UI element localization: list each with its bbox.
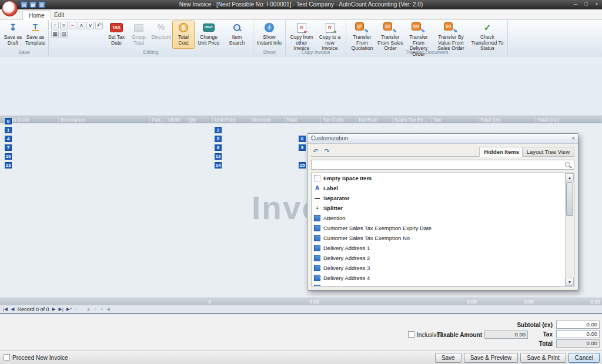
column-header-sales-tax-ex[interactable]: Sales Tax Ex... [393, 116, 432, 123]
customization-dialog[interactable]: Customization × ↶ ↷ Hidden Items Layout … [307, 133, 578, 291]
close-button[interactable]: × [593, 0, 600, 9]
list-item-label-tool[interactable]: ALabel [312, 183, 564, 193]
discount-button[interactable]: % Discount [150, 21, 172, 49]
list-item-delivery-contact[interactable]: Delivery Contact [312, 283, 564, 286]
nav-last-button[interactable]: ▶| [59, 306, 63, 312]
tab-hidden-items[interactable]: Hidden Items [479, 147, 524, 157]
total-value: 0.00 [556, 339, 600, 348]
field-number-badge: 14 [215, 162, 222, 168]
tab-layout-tree-view[interactable]: Layout Tree View [522, 147, 574, 157]
list-item-delivery-address-3[interactable]: Delivery Address 3 [312, 263, 564, 273]
list-item-delivery-address-1[interactable]: Delivery Address 1 [312, 243, 564, 253]
nav-back-button[interactable]: ◀ [106, 306, 110, 312]
group-total-button[interactable]: Group Total [128, 21, 150, 49]
minimize-button[interactable]: ─ [572, 0, 579, 9]
column-header-total[interactable]: Total [285, 116, 321, 123]
list-item-splitter[interactable]: +Splitter [312, 203, 564, 213]
nav-delete-button[interactable]: − [81, 306, 83, 312]
column-header-item-code[interactable]: Item Code [5, 116, 59, 123]
list-item-cust-tax-expiry[interactable]: Customer Sales Tax Exemption Expiry Date [312, 223, 564, 233]
customization-dialog-titlebar[interactable]: Customization × [307, 134, 578, 144]
redo-icon[interactable]: ↷ [322, 147, 332, 156]
copy-from-other-invoice-button[interactable]: IV⇠ Copy from other Invoice [287, 21, 316, 52]
column-header-tax[interactable]: Tax [432, 116, 479, 123]
tab-home[interactable]: Home [22, 11, 51, 20]
column-header-description[interactable]: Description [59, 116, 150, 123]
nav-first-button[interactable]: |◀ [3, 306, 8, 312]
tab-edit[interactable]: Edit [48, 11, 70, 20]
show-instant-info-button[interactable]: i Show Instant Info [255, 21, 283, 49]
column-header-unit-price[interactable]: Unit Price [213, 116, 249, 123]
range-grid-icon[interactable]: ▦ [51, 31, 59, 38]
scrollbar-thumb[interactable] [566, 182, 573, 216]
insert-list-icon[interactable]: ≡ [60, 22, 68, 29]
item-search-button[interactable]: Item Search [223, 21, 251, 49]
list-item-label: Separator [323, 195, 349, 201]
cancel-button[interactable]: Cancel [568, 353, 600, 363]
autocount-logo-icon[interactable] [2, 1, 18, 16]
list-item-delivery-address-2[interactable]: Delivery Address 2 [312, 253, 564, 263]
field-number-badge: 12 [215, 153, 222, 160]
column-header-total-inc[interactable]: Total (inc) [536, 116, 602, 123]
list-item-delivery-address-4[interactable]: Delivery Address 4 [312, 273, 564, 283]
insert-row-icon[interactable]: + [51, 22, 59, 29]
set-tax-date-button[interactable]: TAX Set Tax Date [105, 21, 128, 49]
undo-icon[interactable]: ↶ [95, 22, 103, 29]
quick-window-icon[interactable]: ▦ [29, 1, 36, 8]
column-header-qty[interactable]: Qty [186, 116, 213, 123]
delete-row-icon[interactable]: − [69, 22, 76, 29]
quick-save-icon[interactable]: ▤ [21, 1, 28, 8]
column-header-tax-code[interactable]: Tax Code [321, 116, 356, 123]
empty-space-icon [314, 175, 320, 181]
scroll-up-icon[interactable]: ▲ [566, 173, 574, 181]
move-down-icon[interactable]: ∨ [86, 22, 94, 29]
save-as-draft-button[interactable]: ↧ Save as Draft [2, 21, 24, 49]
subtotal-value: 0.00 [556, 321, 600, 329]
column-header-discount[interactable]: Discount [249, 116, 285, 123]
nav-endedit-button[interactable]: ✓ [93, 306, 98, 312]
change-unit-price-button[interactable]: UNIT Change Unit Price [195, 21, 223, 49]
column-header-total-ex[interactable]: Total (ex) [479, 116, 536, 123]
list-item-empty-space[interactable]: Empty Space Item [312, 173, 564, 183]
taxable-amount-label: Taxable Amount [412, 332, 482, 338]
nav-next-button[interactable]: ▶ [52, 306, 55, 312]
transfer-from-sales-order-button[interactable]: SO⇘ Transfer From Sales Order [376, 21, 404, 52]
copy-to-new-invoice-button[interactable]: IV⇢ Copy to a new Invoice [316, 21, 344, 52]
total-cost-button[interactable]: $ Total Cost [172, 21, 195, 49]
nav-edit-button[interactable]: ▲ [86, 306, 91, 312]
detail-list-icon[interactable]: ▤ [60, 31, 68, 38]
customization-search-box[interactable] [311, 160, 574, 170]
column-header-tax-rate[interactable]: Tax Rate [356, 116, 393, 123]
proceed-new-invoice-checkbox[interactable] [4, 354, 10, 360]
transfer-from-quotation-button[interactable]: QT⇘ Transfer From Quotation [348, 21, 376, 52]
transfer-by-value-button[interactable]: SO⇘ Transfer By Value From Sales Order [433, 21, 469, 52]
list-scrollbar[interactable]: ▲ ▼ [565, 173, 574, 286]
transfer-by-value-icon: SO⇘ [444, 22, 458, 33]
nav-cancel-button[interactable]: × [101, 306, 103, 312]
column-header-further[interactable]: Furt... [150, 116, 166, 123]
save-and-print-button[interactable]: Save & Print [520, 353, 566, 363]
move-up-icon[interactable]: ∧ [78, 22, 85, 29]
dialog-close-icon[interactable]: × [571, 135, 575, 142]
nav-append-button[interactable]: ▶* [66, 306, 72, 312]
title-bar[interactable]: New Invoice - [Next Possible No: I-00000… [0, 0, 602, 9]
save-as-template-button[interactable]: T Save as Template [24, 21, 46, 49]
customization-search-input[interactable] [313, 160, 563, 169]
list-item-attention[interactable]: Attention [312, 213, 564, 223]
save-and-preview-button[interactable]: Save & Preview [464, 353, 519, 363]
scroll-down-icon[interactable]: ▼ [566, 278, 574, 286]
list-item-separator[interactable]: Separator [312, 193, 564, 203]
nav-prev-button[interactable]: ◀ [11, 306, 14, 312]
maximize-button[interactable]: □ [583, 0, 590, 9]
transfer-group-label: Transfer Document [346, 49, 507, 56]
copy-to-invoice-icon: IV⇢ [326, 22, 335, 33]
quick-refresh-icon[interactable]: ▥ [38, 1, 45, 8]
check-transferred-button[interactable]: ✓ Check Transferred To Status [469, 21, 506, 52]
list-item-cust-tax-no[interactable]: Customer Sales Tax Exemption No [312, 233, 564, 243]
nav-add-button[interactable]: + [75, 306, 78, 312]
show-instant-group-label: Show Instant... [253, 49, 285, 56]
field-number-badge: 13 [5, 162, 12, 168]
save-button[interactable]: Save [435, 353, 461, 363]
column-header-uom[interactable]: UOM [166, 116, 186, 123]
undo-icon[interactable]: ↶ [311, 147, 320, 156]
